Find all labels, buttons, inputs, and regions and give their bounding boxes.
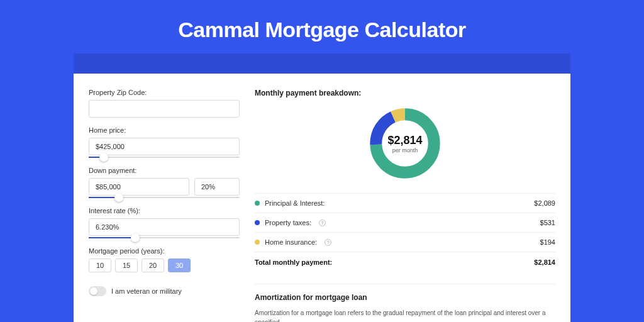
interest-rate-input[interactable] — [89, 218, 240, 236]
breakdown-title: Monthly payment breakdown: — [255, 89, 555, 97]
donut-center-amount: $2,814 — [387, 134, 422, 147]
help-icon[interactable]: ? — [319, 219, 326, 226]
header-band — [74, 53, 570, 74]
donut-center-sub: per month — [387, 147, 422, 153]
help-icon[interactable]: ? — [325, 239, 331, 246]
veteran-toggle[interactable] — [89, 286, 106, 296]
legend-row: Property taxes:?$531 — [255, 213, 555, 232]
legend-label: Property taxes: — [265, 219, 311, 226]
legend-dot-icon — [255, 240, 260, 245]
home-price-input[interactable] — [89, 138, 240, 155]
legend-row: Home insurance:?$194 — [255, 232, 555, 252]
total-value: $2,814 — [534, 258, 555, 266]
period-option-10[interactable]: 10 — [89, 258, 111, 272]
legend-value: $531 — [540, 219, 555, 226]
page-title: Cammal Mortgage Calculator — [0, 0, 644, 53]
amortization-title: Amortization for mortgage loan — [255, 284, 555, 302]
calculator-card: Property Zip Code: Home price: Down paym… — [74, 74, 570, 322]
donut-chart: $2,814 per month — [255, 97, 555, 193]
period-options: 10152030 — [89, 258, 240, 272]
interest-rate-slider[interactable] — [89, 237, 240, 238]
period-option-20[interactable]: 20 — [142, 258, 164, 272]
zip-input[interactable] — [89, 100, 240, 118]
amortization-body: Amortization for a mortgage loan refers … — [255, 308, 555, 322]
legend-label: Home insurance: — [265, 238, 317, 246]
zip-label: Property Zip Code: — [89, 89, 240, 96]
veteran-toggle-label: I am veteran or military — [111, 287, 182, 295]
legend-dot-icon — [255, 220, 260, 225]
down-payment-label: Down payment: — [89, 167, 240, 174]
period-label: Mortgage period (years): — [89, 247, 240, 255]
legend-row: Principal & Interest:$2,089 — [255, 193, 555, 213]
interest-rate-label: Interest rate (%): — [89, 207, 240, 214]
home-price-slider[interactable] — [89, 157, 240, 158]
period-option-15[interactable]: 15 — [115, 258, 138, 272]
total-label: Total monthly payment: — [255, 258, 332, 266]
breakdown-column: Monthly payment breakdown: $2,814 per mo… — [255, 86, 555, 322]
down-payment-percent-input[interactable] — [194, 178, 240, 196]
down-payment-slider[interactable] — [89, 197, 240, 198]
period-option-30[interactable]: 30 — [168, 258, 191, 272]
down-payment-amount-input[interactable] — [89, 178, 189, 196]
legend-label: Principal & Interest: — [265, 199, 325, 207]
inputs-column: Property Zip Code: Home price: Down paym… — [89, 86, 240, 322]
home-price-label: Home price: — [89, 126, 240, 134]
legend-value: $2,089 — [534, 199, 555, 207]
legend-dot-icon — [255, 201, 260, 206]
legend-value: $194 — [540, 238, 555, 246]
